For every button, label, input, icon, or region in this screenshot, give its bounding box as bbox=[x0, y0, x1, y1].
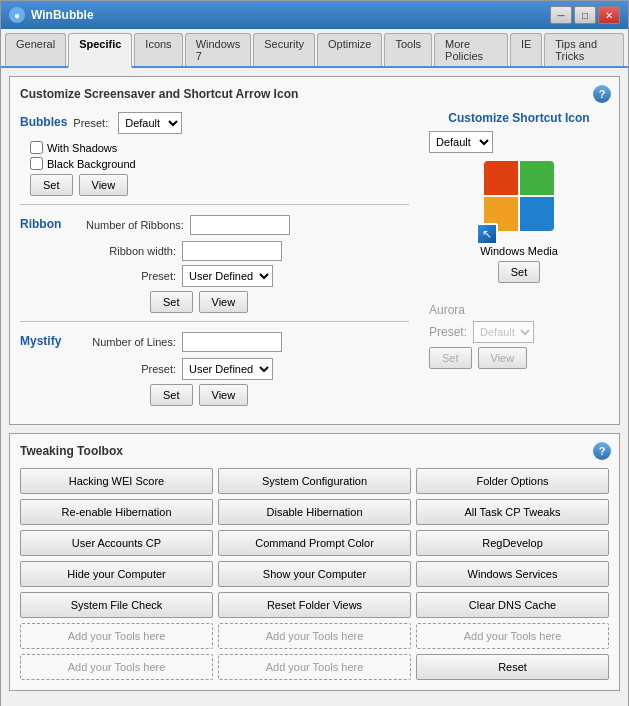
tab-tips[interactable]: Tips and Tricks bbox=[544, 33, 624, 66]
ribbon-set-button[interactable]: Set bbox=[150, 291, 193, 313]
tool-add-5[interactable]: Add your Tools here bbox=[218, 654, 411, 680]
aurora-section: Aurora Preset: Default Set View bbox=[429, 303, 609, 369]
tool-sys-file-check[interactable]: System File Check bbox=[20, 592, 213, 618]
tool-disable-hib[interactable]: Disable Hibernation bbox=[218, 499, 411, 525]
tabs-bar: General Specific Icons Windows 7 Securit… bbox=[1, 29, 628, 68]
tool-show-computer[interactable]: Show your Computer bbox=[218, 561, 411, 587]
aurora-preset-row: Preset: Default bbox=[429, 321, 609, 343]
tool-reset[interactable]: Reset bbox=[416, 654, 609, 680]
tool-all-task-cp[interactable]: All Task CP Tweaks bbox=[416, 499, 609, 525]
shortcut-set-button[interactable]: Set bbox=[498, 261, 541, 283]
tab-general[interactable]: General bbox=[5, 33, 66, 66]
win-logo-green bbox=[520, 161, 554, 195]
aurora-preset-label: Preset: bbox=[429, 325, 467, 339]
black-bg-checkbox[interactable] bbox=[30, 157, 43, 170]
aurora-view-button[interactable]: View bbox=[478, 347, 528, 369]
mystify-preset-select[interactable]: User Defined Default bbox=[182, 358, 273, 380]
tool-clear-dns[interactable]: Clear DNS Cache bbox=[416, 592, 609, 618]
ribbon-preset-row: Preset: User Defined Default bbox=[20, 265, 409, 287]
tab-icons[interactable]: Icons bbox=[134, 33, 182, 66]
toolbox-help-icon[interactable]: ? bbox=[593, 442, 611, 460]
bubbles-preset-select[interactable]: Default Custom bbox=[118, 112, 182, 134]
mystify-preset-label: Preset: bbox=[86, 363, 176, 375]
tool-hide-computer[interactable]: Hide your Computer bbox=[20, 561, 213, 587]
close-button[interactable]: ✕ bbox=[598, 6, 620, 24]
windows-media-label: Windows Media bbox=[429, 245, 609, 257]
mystify-header-row: Mystify Number of Lines: bbox=[20, 330, 409, 354]
bubbles-preset-row: Bubbles Preset: Default Custom bbox=[20, 111, 409, 135]
ribbon-header: Ribbon bbox=[20, 217, 80, 231]
tool-add-4[interactable]: Add your Tools here bbox=[20, 654, 213, 680]
bubbles-btn-row: Set View bbox=[30, 174, 409, 196]
mystify-set-button[interactable]: Set bbox=[150, 384, 193, 406]
title-bar: ● WinBubble ─ □ ✕ bbox=[1, 1, 628, 29]
aurora-btn-row: Set View bbox=[429, 347, 609, 369]
tab-windows7[interactable]: Windows 7 bbox=[185, 33, 252, 66]
num-lines-label: Number of Lines: bbox=[86, 336, 176, 348]
tool-regdevelop[interactable]: RegDevelop bbox=[416, 530, 609, 556]
black-bg-label: Black Background bbox=[47, 158, 136, 170]
shortcut-select-row: Default Custom bbox=[429, 131, 609, 153]
bubbles-view-button[interactable]: View bbox=[79, 174, 129, 196]
shortcut-preset-select[interactable]: Default Custom bbox=[429, 131, 493, 153]
with-shadows-label: With Shadows bbox=[47, 142, 117, 154]
with-shadows-row: With Shadows bbox=[30, 141, 409, 154]
mystify-btn-row: Set View bbox=[150, 384, 409, 406]
tool-cmd-color[interactable]: Command Prompt Color bbox=[218, 530, 411, 556]
ribbon-section: Ribbon Number of Ribbons: Ribbon width: … bbox=[20, 213, 409, 313]
tool-reset-folder[interactable]: Reset Folder Views bbox=[218, 592, 411, 618]
ribbon-header-row: Ribbon Number of Ribbons: bbox=[20, 213, 409, 237]
tab-tools[interactable]: Tools bbox=[384, 33, 432, 66]
tool-add-2[interactable]: Add your Tools here bbox=[218, 623, 411, 649]
windows-icon-container: ↖ bbox=[474, 161, 564, 241]
minimize-button[interactable]: ─ bbox=[550, 6, 572, 24]
mystify-header: Mystify bbox=[20, 334, 80, 348]
screensaver-panel-title: Customize Screensaver and Shortcut Arrow… bbox=[20, 87, 609, 101]
tab-specific[interactable]: Specific bbox=[68, 33, 132, 68]
title-bar-left: ● WinBubble bbox=[9, 7, 94, 23]
tab-ie[interactable]: IE bbox=[510, 33, 542, 66]
screensaver-content-row: Bubbles Preset: Default Custom With Shad… bbox=[20, 111, 609, 414]
tool-reenable-hib[interactable]: Re-enable Hibernation bbox=[20, 499, 213, 525]
ribbon-preset-label: Preset: bbox=[86, 270, 176, 282]
tab-security[interactable]: Security bbox=[253, 33, 315, 66]
tool-add-3[interactable]: Add your Tools here bbox=[416, 623, 609, 649]
tool-system-config[interactable]: System Configuration bbox=[218, 468, 411, 494]
windows-logo bbox=[484, 161, 554, 231]
with-shadows-checkbox[interactable] bbox=[30, 141, 43, 154]
main-window: ● WinBubble ─ □ ✕ General Specific Icons… bbox=[0, 0, 629, 706]
screensaver-help-icon[interactable]: ? bbox=[593, 85, 611, 103]
toolbox-panel: Tweaking Toolbox ? Hacking WEI Score Sys… bbox=[9, 433, 620, 691]
right-section: Customize Shortcut Icon Default Custom bbox=[429, 111, 609, 377]
tool-add-1[interactable]: Add your Tools here bbox=[20, 623, 213, 649]
screensaver-panel: Customize Screensaver and Shortcut Arrow… bbox=[9, 76, 620, 425]
mystify-view-button[interactable]: View bbox=[199, 384, 249, 406]
bubbles-preset-label: Preset: bbox=[73, 117, 108, 129]
ribbon-view-button[interactable]: View bbox=[199, 291, 249, 313]
ribbon-btn-row: Set View bbox=[150, 291, 409, 313]
tool-hacking-wei[interactable]: Hacking WEI Score bbox=[20, 468, 213, 494]
toolbox-grid: Hacking WEI Score System Configuration F… bbox=[20, 468, 609, 680]
aurora-header: Aurora bbox=[429, 303, 465, 317]
ribbon-width-input[interactable] bbox=[182, 241, 282, 261]
num-ribbons-input[interactable] bbox=[190, 215, 290, 235]
ribbon-preset-select[interactable]: User Defined Default bbox=[182, 265, 273, 287]
aurora-set-button[interactable]: Set bbox=[429, 347, 472, 369]
maximize-button[interactable]: □ bbox=[574, 6, 596, 24]
tool-user-accounts[interactable]: User Accounts CP bbox=[20, 530, 213, 556]
tab-optimize[interactable]: Optimize bbox=[317, 33, 382, 66]
bubbles-set-button[interactable]: Set bbox=[30, 174, 73, 196]
black-bg-row: Black Background bbox=[30, 157, 409, 170]
tab-more-policies[interactable]: More Policies bbox=[434, 33, 508, 66]
ribbon-width-row: Ribbon width: bbox=[20, 241, 409, 261]
title-bar-controls: ─ □ ✕ bbox=[550, 6, 620, 24]
tool-folder-options[interactable]: Folder Options bbox=[416, 468, 609, 494]
win-logo-blue bbox=[520, 197, 554, 231]
aurora-preset-select[interactable]: Default bbox=[473, 321, 534, 343]
tool-win-services[interactable]: Windows Services bbox=[416, 561, 609, 587]
aurora-header-row: Aurora bbox=[429, 303, 609, 317]
bubbles-section: Bubbles Preset: Default Custom With Shad… bbox=[20, 111, 409, 196]
shortcut-header: Customize Shortcut Icon bbox=[429, 111, 609, 125]
bubbles-header: Bubbles bbox=[20, 115, 67, 129]
num-lines-input[interactable] bbox=[182, 332, 282, 352]
